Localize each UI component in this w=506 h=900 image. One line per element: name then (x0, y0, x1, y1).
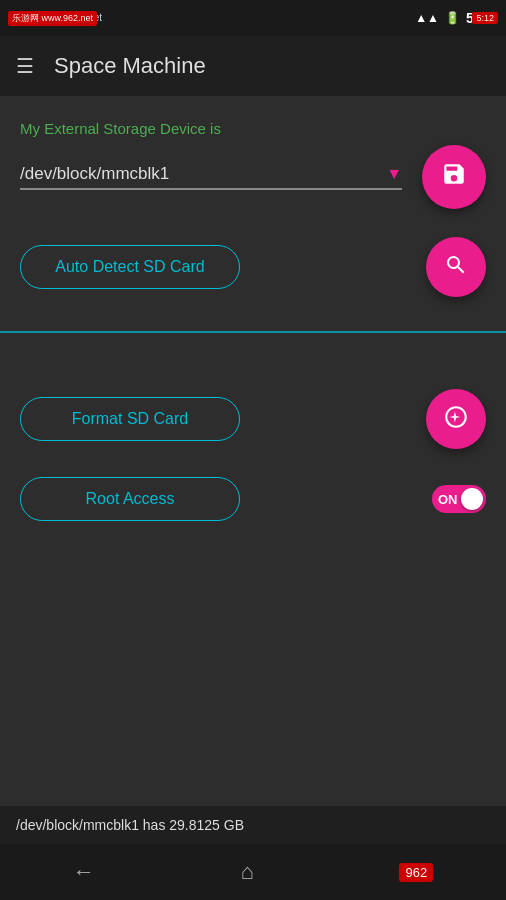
info-bar: /dev/block/mmcblk1 has 29.8125 GB (0, 806, 506, 844)
format-icon-button[interactable] (426, 389, 486, 449)
info-text: /dev/block/mmcblk1 has 29.8125 GB (16, 817, 244, 833)
nav-bar: ← ⌂ 962 (0, 844, 506, 900)
main-content: My External Storage Device is /dev/block… (0, 96, 506, 844)
status-time: 5:12 (466, 10, 494, 26)
app-bar: ☰ Space Machine (0, 36, 506, 96)
storage-row: /dev/block/mmcblk1 ▼ (20, 145, 486, 209)
status-left: 乐游网 www.962.net (12, 11, 102, 25)
battery-icon: 🔋 (445, 11, 460, 25)
save-button[interactable] (422, 145, 486, 209)
compass-icon (443, 404, 469, 435)
toggle-track[interactable]: ON (432, 485, 486, 513)
section-divider (0, 331, 506, 333)
auto-detect-button[interactable]: Auto Detect SD Card (20, 245, 240, 289)
root-toggle-wrapper[interactable]: ON (432, 485, 486, 513)
toggle-thumb (461, 488, 483, 510)
search-button[interactable] (426, 237, 486, 297)
status-right: ▲▲ 🔋 5:12 (415, 10, 494, 26)
auto-detect-row: Auto Detect SD Card (20, 237, 486, 297)
app-title: Space Machine (54, 53, 206, 79)
home-nav-icon[interactable]: ⌂ (240, 859, 253, 885)
signal-icon: ▲▲ (415, 11, 439, 25)
storage-value: /dev/block/mmcblk1 (20, 164, 378, 184)
storage-label: My External Storage Device is (20, 120, 486, 137)
section-format: Format SD Card Root Access ON (0, 333, 506, 541)
menu-icon[interactable]: ☰ (16, 56, 34, 76)
status-watermark: 乐游网 www.962.net (12, 11, 102, 25)
save-icon (441, 161, 467, 193)
format-sd-button[interactable]: Format SD Card (20, 397, 240, 441)
search-icon (444, 253, 468, 282)
format-row: Format SD Card (20, 389, 486, 449)
storage-input-wrapper: /dev/block/mmcblk1 ▼ (20, 164, 402, 190)
root-access-row: Root Access ON (20, 477, 486, 521)
section-storage: My External Storage Device is /dev/block… (0, 96, 506, 321)
watermark-nav: 962 (399, 863, 433, 882)
status-bar: 乐游网 www.962.net ▲▲ 🔋 5:12 (0, 0, 506, 36)
toggle-on-label: ON (438, 492, 458, 507)
back-nav-icon[interactable]: ← (73, 859, 95, 885)
dropdown-arrow-icon[interactable]: ▼ (386, 165, 402, 183)
root-access-button[interactable]: Root Access (20, 477, 240, 521)
